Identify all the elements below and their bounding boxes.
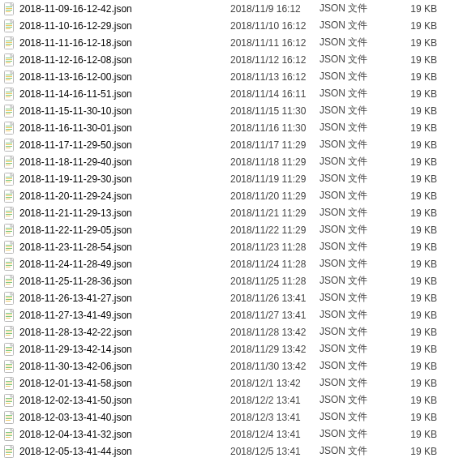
file-date: 2018/11/13 16:12 bbox=[230, 71, 319, 83]
file-name-cell[interactable]: 2018-11-30-13-42-06.json bbox=[3, 360, 230, 373]
svg-rect-93 bbox=[6, 316, 12, 317]
file-row[interactable]: 2018-11-19-11-29-30.json2018/11/19 11:29… bbox=[0, 170, 476, 187]
file-name-cell[interactable]: 2018-11-14-16-11-51.json bbox=[3, 88, 230, 101]
file-date: 2018/11/16 11:30 bbox=[230, 122, 319, 134]
file-name-cell[interactable]: 2018-11-17-11-29-50.json bbox=[3, 139, 230, 152]
svg-rect-6 bbox=[6, 24, 12, 24]
svg-rect-28 bbox=[6, 95, 12, 96]
svg-rect-74 bbox=[6, 250, 11, 250]
json-file-icon bbox=[3, 275, 16, 288]
file-name: 2018-12-04-13-41-32.json bbox=[19, 429, 132, 440]
file-name-cell[interactable]: 2018-11-18-11-29-40.json bbox=[3, 156, 230, 169]
svg-rect-131 bbox=[6, 449, 12, 450]
file-row[interactable]: 2018-11-15-11-30-10.json2018/11/15 11:30… bbox=[0, 102, 476, 119]
file-date: 2018/11/14 16:11 bbox=[230, 88, 319, 100]
file-row[interactable]: 2018-11-09-16-12-42.json2018/11/9 16:12J… bbox=[0, 0, 476, 17]
file-name-cell[interactable]: 2018-11-28-13-42-22.json bbox=[3, 326, 230, 339]
file-row[interactable]: 2018-11-20-11-29-24.json2018/11/20 11:29… bbox=[0, 187, 476, 204]
svg-rect-81 bbox=[6, 279, 12, 280]
json-file-icon bbox=[3, 428, 16, 441]
svg-rect-109 bbox=[6, 369, 11, 370]
svg-rect-62 bbox=[6, 212, 12, 213]
file-size: 19 KB bbox=[397, 293, 445, 304]
svg-rect-19 bbox=[6, 62, 11, 63]
svg-rect-71 bbox=[6, 245, 12, 246]
file-name-cell[interactable]: 2018-11-24-11-28-49.json bbox=[3, 258, 230, 271]
file-name: 2018-11-23-11-28-54.json bbox=[19, 242, 132, 253]
file-row[interactable]: 2018-11-23-11-28-54.json2018/11/23 11:28… bbox=[0, 238, 476, 255]
file-name-cell[interactable]: 2018-12-03-13-41-40.json bbox=[3, 411, 230, 424]
file-row[interactable]: 2018-11-12-16-12-08.json2018/11/12 16:12… bbox=[0, 51, 476, 68]
file-row[interactable]: 2018-12-03-13-41-40.json2018/12/3 13:41J… bbox=[0, 409, 476, 426]
file-row[interactable]: 2018-11-18-11-29-40.json2018/11/18 11:29… bbox=[0, 153, 476, 170]
file-row[interactable]: 2018-11-13-16-12-00.json2018/11/13 16:12… bbox=[0, 68, 476, 85]
file-name-cell[interactable]: 2018-11-12-16-12-08.json bbox=[3, 53, 230, 66]
file-row[interactable]: 2018-11-26-13-41-27.json2018/11/26 13:41… bbox=[0, 289, 476, 306]
file-name-cell[interactable]: 2018-11-25-11-28-36.json bbox=[3, 275, 230, 288]
file-date: 2018/11/17 11:29 bbox=[230, 139, 319, 151]
file-date: 2018/11/18 11:29 bbox=[230, 156, 319, 168]
file-type: JSON 文件 bbox=[319, 172, 397, 186]
file-name-cell[interactable]: 2018-12-01-13-41-58.json bbox=[3, 377, 230, 390]
file-row[interactable]: 2018-11-14-16-11-51.json2018/11/14 16:11… bbox=[0, 85, 476, 102]
svg-rect-129 bbox=[6, 437, 11, 438]
svg-rect-7 bbox=[6, 25, 12, 26]
svg-rect-97 bbox=[6, 332, 12, 332]
file-name-cell[interactable]: 2018-11-16-11-30-01.json bbox=[3, 122, 230, 135]
file-date: 2018/11/19 11:29 bbox=[230, 173, 319, 185]
file-name-cell[interactable]: 2018-11-20-11-29-24.json bbox=[3, 190, 230, 203]
file-size: 19 KB bbox=[397, 139, 445, 151]
file-name-cell[interactable]: 2018-12-02-13-41-50.json bbox=[3, 394, 230, 407]
file-name-cell[interactable]: 2018-11-27-13-41-49.json bbox=[3, 309, 230, 322]
file-name-cell[interactable]: 2018-12-05-13-41-44.json bbox=[3, 445, 230, 458]
svg-rect-79 bbox=[6, 267, 11, 267]
file-row[interactable]: 2018-11-17-11-29-50.json2018/11/17 11:29… bbox=[0, 136, 476, 153]
file-name-cell[interactable]: 2018-11-21-11-29-13.json bbox=[3, 207, 230, 220]
file-date: 2018/11/29 13:42 bbox=[230, 344, 319, 355]
file-name-cell[interactable]: 2018-11-11-16-12-18.json bbox=[3, 36, 230, 49]
file-row[interactable]: 2018-11-22-11-29-05.json2018/11/22 11:29… bbox=[0, 221, 476, 238]
file-name-cell[interactable]: 2018-11-23-11-28-54.json bbox=[3, 241, 230, 254]
file-name-cell[interactable]: 2018-11-09-16-12-42.json bbox=[3, 2, 230, 15]
svg-rect-57 bbox=[6, 195, 12, 196]
file-row[interactable]: 2018-11-16-11-30-01.json2018/11/16 11:30… bbox=[0, 119, 476, 136]
file-row[interactable]: 2018-12-05-13-41-44.json2018/12/5 13:41J… bbox=[0, 443, 476, 460]
svg-rect-116 bbox=[6, 398, 12, 399]
file-type: JSON 文件 bbox=[319, 121, 397, 135]
file-row[interactable]: 2018-11-10-16-12-29.json2018/11/10 16:12… bbox=[0, 17, 476, 34]
file-name-cell[interactable]: 2018-12-04-13-41-32.json bbox=[3, 428, 230, 441]
file-name: 2018-11-18-11-29-40.json bbox=[19, 156, 132, 168]
file-name-cell[interactable]: 2018-11-13-16-12-00.json bbox=[3, 71, 230, 83]
svg-rect-117 bbox=[6, 400, 12, 400]
svg-rect-31 bbox=[6, 109, 12, 109]
svg-rect-26 bbox=[6, 92, 12, 92]
file-type: JSON 文件 bbox=[319, 155, 397, 169]
svg-rect-73 bbox=[6, 248, 12, 249]
file-type: JSON 文件 bbox=[319, 257, 397, 271]
file-row[interactable]: 2018-12-04-13-41-32.json2018/12/4 13:41J… bbox=[0, 426, 476, 443]
file-name-cell[interactable]: 2018-11-26-13-41-27.json bbox=[3, 292, 230, 305]
file-name-cell[interactable]: 2018-11-22-11-29-05.json bbox=[3, 224, 230, 237]
svg-rect-91 bbox=[6, 313, 12, 314]
file-name-cell[interactable]: 2018-11-19-11-29-30.json bbox=[3, 173, 230, 186]
file-row[interactable]: 2018-11-28-13-42-22.json2018/11/28 13:42… bbox=[0, 323, 476, 340]
file-list: 2018-11-09-16-12-42.json2018/11/9 16:12J… bbox=[0, 0, 476, 460]
file-row[interactable]: 2018-12-02-13-41-50.json2018/12/2 13:41J… bbox=[0, 391, 476, 409]
svg-rect-56 bbox=[6, 194, 12, 195]
file-row[interactable]: 2018-11-11-16-12-18.json2018/11/11 16:12… bbox=[0, 34, 476, 51]
file-row[interactable]: 2018-11-21-11-29-13.json2018/11/21 11:29… bbox=[0, 204, 476, 221]
file-row[interactable]: 2018-11-29-13-42-14.json2018/11/29 13:42… bbox=[0, 340, 476, 357]
file-row[interactable]: 2018-11-24-11-28-49.json2018/11/24 11:28… bbox=[0, 255, 476, 272]
svg-rect-96 bbox=[6, 330, 12, 331]
file-name-cell[interactable]: 2018-11-10-16-12-29.json bbox=[3, 19, 230, 32]
file-name-cell[interactable]: 2018-11-29-13-42-14.json bbox=[3, 343, 230, 356]
file-row[interactable]: 2018-12-01-13-41-58.json2018/12/1 13:42J… bbox=[0, 374, 476, 391]
file-row[interactable]: 2018-11-25-11-28-36.json2018/11/25 11:28… bbox=[0, 272, 476, 289]
svg-rect-2 bbox=[6, 8, 12, 9]
file-type: JSON 文件 bbox=[319, 240, 397, 254]
file-row[interactable]: 2018-11-30-13-42-06.json2018/11/30 13:42… bbox=[0, 357, 476, 374]
svg-rect-107 bbox=[6, 366, 12, 366]
json-file-icon bbox=[3, 122, 16, 135]
file-row[interactable]: 2018-11-27-13-41-49.json2018/11/27 13:41… bbox=[0, 306, 476, 323]
file-name-cell[interactable]: 2018-11-15-11-30-10.json bbox=[3, 105, 230, 118]
